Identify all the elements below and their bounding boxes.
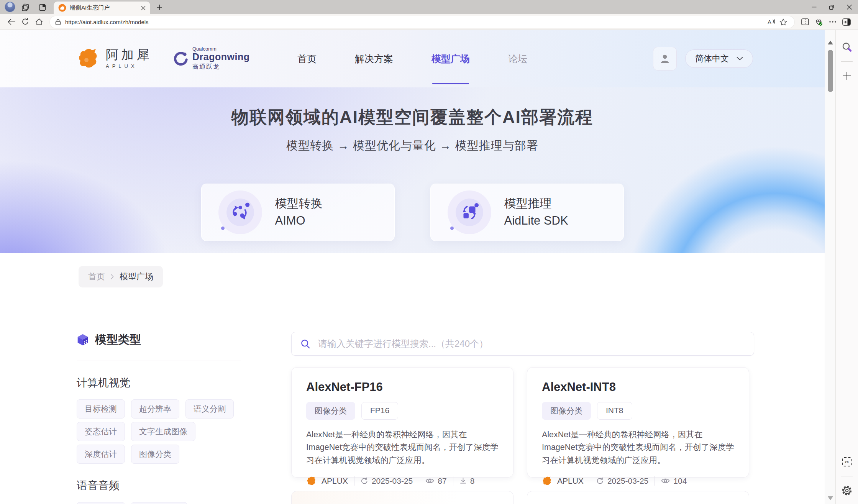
model-search-bar[interactable] (291, 332, 754, 356)
breadcrumb-home[interactable]: 首页 (88, 271, 105, 282)
profile-avatar[interactable] (5, 2, 15, 12)
hero-card-name: AIMO (275, 212, 323, 230)
nav-item-solutions[interactable]: 解决方案 (355, 30, 393, 87)
user-account-button[interactable] (653, 47, 677, 71)
breadcrumb-chevron-icon (111, 274, 114, 279)
new-tab-button[interactable] (155, 3, 164, 12)
breadcrumb: 首页 模型广场 (79, 266, 163, 287)
model-name: AlexNet-FP16 (306, 380, 499, 394)
model-card-partial[interactable] (527, 491, 749, 504)
scroll-thumb[interactable] (828, 50, 833, 92)
tab-actions-icon[interactable] (38, 3, 47, 12)
model-type-cube-icon (77, 333, 89, 346)
model-updated-date: 2025-03-25 (372, 476, 413, 486)
favorites-star-icon[interactable] (778, 17, 789, 27)
filter-sidebar: 模型类型 计算机视觉 目标检测 超分辨率 语义分割 姿态估计 文字生成图像 深度… (77, 332, 268, 504)
updated-icon (596, 477, 604, 485)
search-input[interactable] (317, 338, 745, 350)
window-close-button[interactable] (840, 0, 858, 14)
rail-add-icon[interactable] (840, 69, 854, 83)
filter-tag[interactable]: 语音识别 (77, 502, 125, 504)
browser-titlebar: 端侧AI生态门户 (0, 0, 858, 14)
model-category-tag[interactable]: 图像分类 (306, 402, 355, 420)
back-button[interactable] (5, 16, 18, 28)
dragonwing-logo[interactable]: Qualcomm Dragonwing 高通跃龙 (172, 46, 249, 71)
browser-tab[interactable]: 端侧AI生态门户 (54, 2, 150, 14)
read-aloud-icon[interactable]: A (766, 17, 778, 27)
model-views: 104 (673, 476, 687, 486)
model-name: AlexNet-INT8 (542, 380, 734, 394)
model-updated-date: 2025-03-25 (607, 476, 648, 486)
tab-title: 端侧AI生态门户 (70, 4, 141, 11)
edge-sidebar-rail: ✂ (835, 30, 858, 504)
filter-tag[interactable]: 文字转语音 (131, 502, 187, 504)
settings-more-icon[interactable] (826, 16, 840, 28)
filter-tag[interactable]: 图像分类 (131, 445, 179, 464)
filter-tag[interactable]: 姿态估计 (77, 422, 125, 441)
sidebar-title: 模型类型 (95, 332, 141, 348)
browser-essentials-icon[interactable] (812, 16, 826, 28)
sidebar-toggle-icon[interactable] (840, 16, 853, 28)
web-capture-icon[interactable]: ✂ (840, 455, 854, 469)
window-restore-button[interactable] (823, 0, 840, 14)
lock-icon[interactable] (55, 19, 61, 25)
page-scrollbar[interactable] (825, 30, 835, 504)
hero-title: 物联网领域的AI模型空间覆盖整个AI部署流程 (0, 87, 825, 129)
dragonwing-label: Dragonwing (192, 51, 249, 62)
main-nav: 首页 解决方案 模型广场 论坛 (297, 30, 527, 87)
address-bar[interactable]: https://aiot.aidlux.com/zh/models A (50, 16, 794, 28)
model-format-tag[interactable]: INT8 (597, 402, 632, 420)
scroll-down-arrow[interactable] (828, 496, 833, 500)
filter-tag[interactable]: 目标检测 (77, 399, 125, 419)
nav-item-model-hub[interactable]: 模型广场 (431, 30, 470, 87)
filter-tag[interactable]: 文字生成图像 (131, 422, 195, 441)
model-card-partial[interactable] (291, 491, 513, 504)
bing-search-icon[interactable] (840, 40, 854, 54)
sidebar-section-cv: 计算机视觉 (77, 376, 241, 390)
tab-close-icon[interactable] (141, 6, 146, 10)
model-card-alexnet-fp16[interactable]: AlexNet-FP16 图像分类 FP16 AlexNet是一种经典的卷积神经… (291, 367, 513, 478)
refresh-button[interactable] (18, 16, 32, 28)
model-description: AlexNet是一种经典的卷积神经网络，因其在ImageNet竞赛中的突破性表现… (306, 428, 501, 467)
publisher-name: APLUX (322, 476, 348, 486)
browser-window: 端侧AI生态门户 (0, 0, 858, 504)
window-minimize-button[interactable] (805, 0, 823, 14)
rail-settings-gear-icon[interactable] (840, 483, 854, 498)
views-icon (661, 478, 670, 484)
url-text[interactable]: https://aiot.aidlux.com/zh/models (65, 19, 149, 25)
aplux-logo[interactable]: 阿加犀 APLUX (77, 48, 152, 70)
breadcrumb-current: 模型广场 (120, 271, 153, 282)
downloads-icon (459, 477, 467, 484)
language-selector[interactable]: 简体中文 (685, 49, 753, 68)
model-downloads: 8 (470, 476, 475, 486)
model-list-area: AlexNet-FP16 图像分类 FP16 AlexNet是一种经典的卷积神经… (291, 332, 754, 504)
hero-card-title: 模型推理 (504, 195, 568, 212)
svg-text:A: A (768, 19, 771, 25)
nav-item-forum[interactable]: 论坛 (508, 30, 527, 87)
brand-name-en: APLUX (106, 64, 152, 69)
model-format-tag[interactable]: FP16 (361, 402, 398, 420)
model-views: 87 (438, 476, 446, 486)
filter-tag[interactable]: 语义分割 (185, 399, 234, 419)
chevron-down-icon (737, 57, 743, 61)
workspaces-icon[interactable] (21, 3, 30, 12)
publisher-name: APLUX (557, 476, 584, 486)
model-description: AlexNet是一种经典的卷积神经网络，因其在ImageNet竞赛中的突破性表现… (542, 428, 737, 467)
updated-icon (361, 477, 368, 485)
hero-card-name: AidLite SDK (504, 212, 568, 230)
site-header: 阿加犀 APLUX Qualcomm Dragonwing (0, 30, 825, 87)
scroll-up-arrow[interactable] (828, 41, 833, 44)
nav-item-home[interactable]: 首页 (297, 30, 317, 87)
dragonwing-cn-label: 高通跃龙 (192, 62, 249, 71)
model-inference-icon (448, 190, 491, 234)
filter-tag[interactable]: 超分辨率 (131, 399, 179, 419)
model-category-tag[interactable]: 图像分类 (542, 402, 591, 420)
model-card-alexnet-int8[interactable]: AlexNet-INT8 图像分类 INT8 AlexNet是一种经典的卷积神经… (527, 367, 749, 478)
home-button[interactable] (32, 16, 46, 28)
browser-toolbar: https://aiot.aidlux.com/zh/models A (0, 14, 858, 30)
search-icon (300, 339, 311, 349)
hero-card-model-conversion[interactable]: 模型转换 AIMO (201, 184, 395, 241)
hero-card-model-inference[interactable]: 模型推理 AidLite SDK (430, 184, 624, 241)
filter-tag[interactable]: 深度估计 (77, 445, 125, 464)
split-screen-icon[interactable] (798, 16, 812, 28)
